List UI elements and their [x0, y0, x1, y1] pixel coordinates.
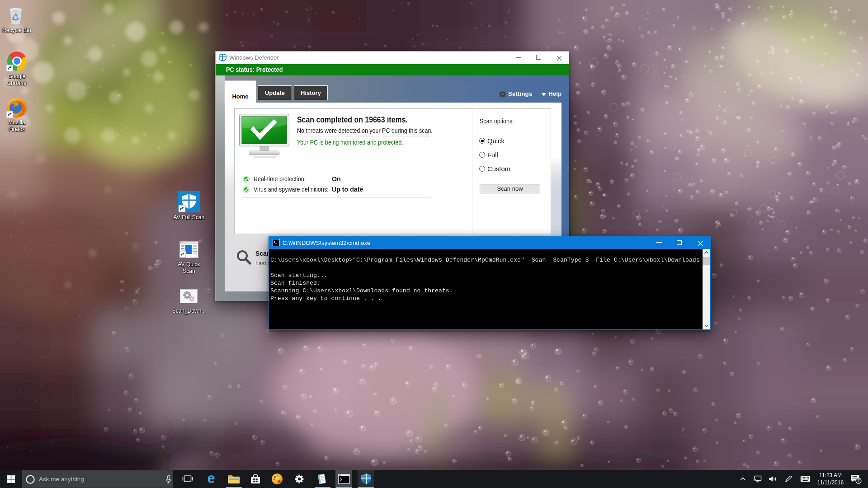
svg-text:7: 7 — [858, 479, 860, 483]
